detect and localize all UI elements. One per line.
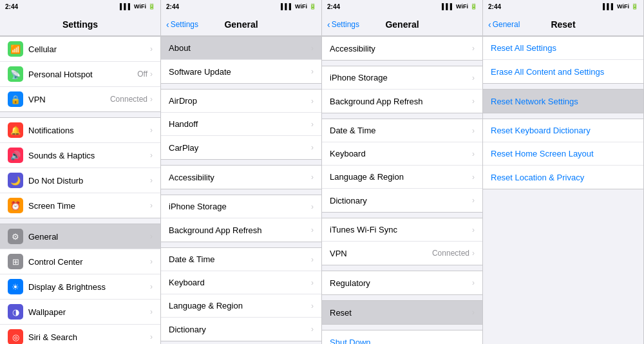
list-item-reset-nav[interactable]: Reset › (322, 301, 482, 324)
section-group-1-0: 📶 Cellular › 📡 Personal Hotspot Off › 🔒 … (0, 36, 160, 112)
status-bar-1: 2:44 ▌▌▌ WiFi 🔋 (0, 0, 160, 13)
list-item-accessibility-3[interactable]: Accessibility › (322, 37, 482, 60)
list-item-regulatory[interactable]: Regulatory › (322, 271, 482, 294)
section-group-3-1: Accessibility › (322, 36, 482, 61)
signal-icon-3: ▌▌▌ (442, 3, 454, 10)
wifi-icon-2: WiFi (295, 3, 307, 10)
list-item-bg-refresh-3[interactable]: Background App Refresh › (322, 90, 482, 113)
list-item-iphone-storage-2[interactable]: iPhone Storage › (161, 195, 321, 218)
nav-bar-4: ‹ General Reset (483, 13, 643, 36)
list-item-reset-home-screen[interactable]: Reset Home Screen Layout (483, 142, 643, 166)
list-item-itunes-3[interactable]: iTunes Wi-Fi Sync › (322, 218, 482, 242)
list-item-reset-network[interactable]: Reset Network Settings (483, 90, 643, 113)
wifi-icon: WiFi (134, 3, 146, 10)
list-item-iphone-storage-3[interactable]: iPhone Storage › (322, 66, 482, 90)
list-item-software-update[interactable]: Software Update › (161, 60, 321, 83)
list-item-reset-all-settings[interactable]: Reset All Settings (483, 37, 643, 60)
list-item-vpn-3[interactable]: VPN Connected › (322, 242, 482, 265)
section-group-2-2: AirDrop › Handoff › CarPlay › (161, 89, 321, 160)
list-item-reset-keyboard[interactable]: Reset Keyboard Dictionary (483, 119, 643, 142)
settings-list-1: 📶 Cellular › 📡 Personal Hotspot Off › 🔒 … (0, 36, 160, 344)
list-item-accessibility-2[interactable]: Accessibility › (161, 166, 321, 189)
list-item-reset-location[interactable]: Reset Location & Privacy (483, 166, 643, 189)
siri-icon: ◎ (8, 329, 23, 344)
list-item-cellular[interactable]: 📶 Cellular › (0, 37, 160, 62)
list-item-keyboard-2[interactable]: Keyboard › (161, 271, 321, 294)
nav-back-label-2: Settings (171, 20, 198, 29)
section-group-4-1: Reset All Settings Erase All Content and… (483, 36, 643, 84)
time-3: 2:44 (327, 3, 340, 10)
nav-back-4[interactable]: ‹ General (488, 19, 520, 30)
list-item-dictionary-2[interactable]: Dictionary › (161, 318, 321, 341)
signal-icon: ▌▌▌ (120, 3, 132, 10)
nav-bar-2: ‹ Settings General (161, 13, 321, 36)
status-icons-3: ▌▌▌ WiFi 🔋 (442, 3, 477, 10)
list-item-language-2[interactable]: Language & Region › (161, 294, 321, 318)
section-group-3-6: Reset › (322, 300, 482, 325)
nav-title-3: General (385, 19, 419, 30)
list-item-dictionary-3[interactable]: Dictionary › (322, 189, 482, 212)
section-group-2-4: iPhone Storage › Background App Refresh … (161, 195, 321, 242)
nav-back-2[interactable]: ‹ Settings (166, 19, 198, 30)
signal-icon-2: ▌▌▌ (281, 3, 293, 10)
list-item-language-3[interactable]: Language & Region › (322, 166, 482, 189)
battery-icon-2: 🔋 (309, 3, 316, 10)
list-item-vpn-1[interactable]: 🔒 VPN Connected › (0, 87, 160, 111)
nav-back-label-3: Settings (332, 20, 359, 29)
section-group-2-3: Accessibility › (161, 165, 321, 189)
nav-bar-3: ‹ Settings General (322, 13, 482, 36)
sounds-icon: 🔊 (8, 148, 23, 163)
panel-1-settings: 2:44 ▌▌▌ WiFi 🔋 Settings 📶 Cellular › 📡 … (0, 0, 161, 344)
nav-bar-1: Settings (0, 13, 160, 36)
status-bar-3: 2:44 ▌▌▌ WiFi 🔋 (322, 0, 482, 13)
section-group-3-4: iTunes Wi-Fi Sync › VPN Connected › (322, 218, 482, 265)
list-item-notifications[interactable]: 🔔 Notifications › (0, 118, 160, 143)
list-item-shut-down[interactable]: Shut Down (322, 330, 482, 344)
nav-title-1: Settings (62, 19, 98, 30)
section-group-4-2: Reset Network Settings (483, 89, 643, 113)
wallpaper-icon: ◑ (8, 304, 23, 320)
general-list-3: Accessibility › iPhone Storage › Backgro… (322, 36, 482, 344)
cellular-icon: 📶 (8, 41, 23, 57)
nav-back-label-4: General (493, 20, 520, 29)
panel-3-general-reset: 2:44 ▌▌▌ WiFi 🔋 ‹ Settings General Acces… (322, 0, 483, 344)
wifi-icon-3: WiFi (456, 3, 468, 10)
list-item-dnd[interactable]: 🌙 Do Not Disturb › (0, 168, 160, 193)
section-group-3-7: Shut Down (322, 330, 482, 344)
battery-icon-3: 🔋 (470, 3, 477, 10)
list-item-general[interactable]: ⚙ General › (0, 224, 160, 249)
list-item-keyboard-3[interactable]: Keyboard › (322, 142, 482, 166)
list-item-screen-time[interactable]: ⏰ Screen Time › (0, 193, 160, 218)
dnd-icon: 🌙 (8, 173, 23, 188)
general-list: About › Software Update › AirDrop › Hand… (161, 36, 321, 344)
list-item-control-center[interactable]: ⊞ Control Center › (0, 249, 160, 274)
nav-title-4: Reset (551, 19, 575, 30)
list-item-carplay[interactable]: CarPlay › (161, 136, 321, 159)
section-group-3-3: Date & Time › Keyboard › Language & Regi… (322, 119, 482, 213)
list-item-personal-hotspot[interactable]: 📡 Personal Hotspot Off › (0, 62, 160, 87)
list-item-date-time-2[interactable]: Date & Time › (161, 248, 321, 271)
section-group-2-1: About › Software Update › (161, 36, 321, 84)
nav-title-2: General (224, 19, 258, 30)
list-item-wallpaper[interactable]: ◑ Wallpaper › (0, 300, 160, 325)
list-item-sounds[interactable]: 🔊 Sounds & Haptics › (0, 143, 160, 168)
list-item-airdrop[interactable]: AirDrop › (161, 90, 321, 113)
wifi-icon-4: WiFi (617, 3, 629, 10)
list-item-erase-all[interactable]: Erase All Content and Settings (483, 60, 643, 83)
hotspot-icon: 📡 (8, 66, 23, 82)
general-icon: ⚙ (8, 229, 23, 244)
section-group-3-5: Regulatory › (322, 271, 482, 295)
list-item-date-time-3[interactable]: Date & Time › (322, 119, 482, 142)
battery-icon: 🔋 (148, 3, 155, 10)
status-icons-1: ▌▌▌ WiFi 🔋 (120, 3, 155, 10)
vpn-icon-1: 🔒 (8, 91, 23, 107)
list-item-bg-refresh-2[interactable]: Background App Refresh › (161, 218, 321, 242)
nav-back-3[interactable]: ‹ Settings (327, 19, 359, 30)
list-item-display[interactable]: ☀ Display & Brightness › (0, 274, 160, 300)
status-icons-4: ▌▌▌ WiFi 🔋 (603, 3, 638, 10)
list-item-about[interactable]: About › (161, 37, 321, 60)
panel-2-general: 2:44 ▌▌▌ WiFi 🔋 ‹ Settings General About… (161, 0, 322, 344)
list-item-handoff[interactable]: Handoff › (161, 113, 321, 136)
list-item-siri[interactable]: ◎ Siri & Search › (0, 325, 160, 344)
status-icons-2: ▌▌▌ WiFi 🔋 (281, 3, 316, 10)
